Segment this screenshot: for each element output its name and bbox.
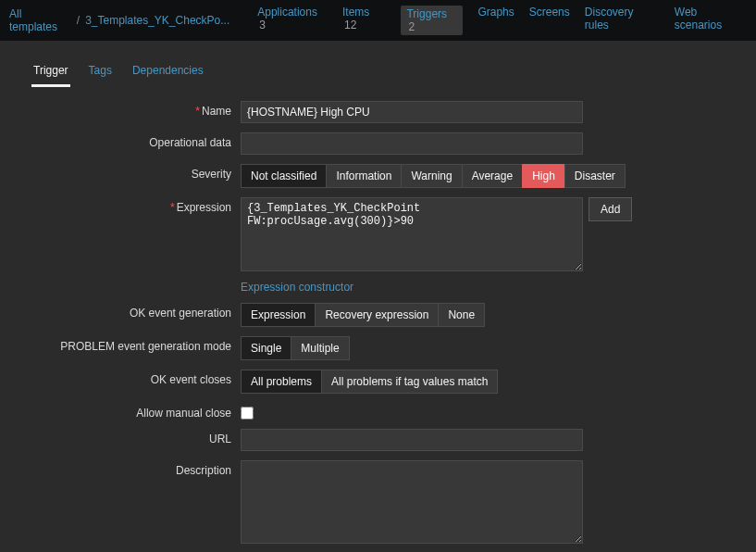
tab-dependencies[interactable]: Dependencies [130, 55, 205, 87]
allow-manual-label: Allow manual close [19, 403, 241, 420]
allow-manual-checkbox[interactable] [241, 407, 254, 420]
description-textarea[interactable] [241, 460, 583, 544]
ok-closes-label: OK event closes [19, 370, 241, 386]
problem-mode-multiple[interactable]: Multiple [291, 336, 349, 360]
severity-high[interactable]: High [522, 164, 565, 188]
nav-triggers-count: 2 [408, 20, 415, 33]
name-input[interactable] [241, 101, 583, 123]
breadcrumb: All templates / 3_Templates_YK_CheckPo..… [9, 7, 229, 33]
nav-triggers[interactable]: Triggers 2 [401, 6, 463, 35]
nav-links: Applications 3 Items 12 Triggers 2 Graph… [257, 6, 747, 35]
severity-average[interactable]: Average [462, 164, 523, 188]
nav-web[interactable]: Web scenarios [675, 6, 747, 35]
nav-applications-count: 3 [259, 19, 266, 31]
url-input[interactable] [241, 429, 583, 451]
opdata-input[interactable] [241, 132, 583, 155]
ok-closes-tag[interactable]: All problems if tag values match [321, 370, 498, 394]
breadcrumb-back[interactable]: All templates [9, 7, 71, 33]
nav-items-label: Items [342, 6, 369, 19]
nav-graphs[interactable]: Graphs [477, 6, 514, 35]
tab-trigger[interactable]: Trigger [31, 55, 70, 87]
expression-add-button[interactable]: Add [589, 197, 632, 221]
name-label: *Name [19, 101, 241, 118]
tabs: Trigger Tags Dependencies [19, 55, 737, 88]
nav-applications-label: Applications [257, 6, 317, 19]
nav-items[interactable]: Items 12 [342, 6, 386, 35]
ok-closes-all[interactable]: All problems [241, 370, 322, 394]
nav-discovery[interactable]: Discovery rules [585, 6, 660, 35]
severity-label: Severity [19, 164, 241, 181]
severity-information[interactable]: Information [326, 164, 402, 188]
expression-textarea[interactable] [241, 197, 583, 271]
ok-event-gen-group: Expression Recovery expression None [241, 303, 485, 327]
expression-label: *Expression [19, 197, 241, 214]
top-nav: All templates / 3_Templates_YK_CheckPo..… [0, 0, 756, 42]
breadcrumb-sep: / [77, 14, 80, 27]
ok-event-gen-expression[interactable]: Expression [241, 303, 316, 327]
ok-event-gen-label: OK event generation [19, 303, 241, 320]
nav-screens[interactable]: Screens [529, 6, 570, 35]
opdata-label: Operational data [19, 132, 241, 149]
problem-mode-label: PROBLEM event generation mode [19, 336, 241, 353]
severity-not-classified[interactable]: Not classified [241, 164, 327, 188]
expression-constructor-link[interactable]: Expression constructor [241, 281, 353, 294]
nav-applications[interactable]: Applications 3 [257, 6, 328, 35]
severity-disaster[interactable]: Disaster [564, 164, 626, 188]
ok-closes-group: All problems All problems if tag values … [241, 370, 498, 394]
url-label: URL [19, 429, 241, 445]
nav-triggers-label: Triggers [406, 7, 447, 20]
description-label: Description [19, 460, 241, 477]
nav-items-count: 12 [344, 19, 356, 31]
problem-mode-single[interactable]: Single [241, 336, 291, 360]
severity-group: Not classified Information Warning Avera… [241, 164, 626, 188]
ok-event-gen-none[interactable]: None [438, 303, 485, 327]
form-panel: Trigger Tags Dependencies *Name Operatio… [0, 42, 756, 552]
severity-warning[interactable]: Warning [401, 164, 462, 188]
breadcrumb-current[interactable]: 3_Templates_YK_CheckPo... [85, 14, 229, 27]
ok-event-gen-recovery[interactable]: Recovery expression [315, 303, 439, 327]
problem-mode-group: Single Multiple [241, 336, 350, 360]
tab-tags[interactable]: Tags [87, 55, 114, 87]
